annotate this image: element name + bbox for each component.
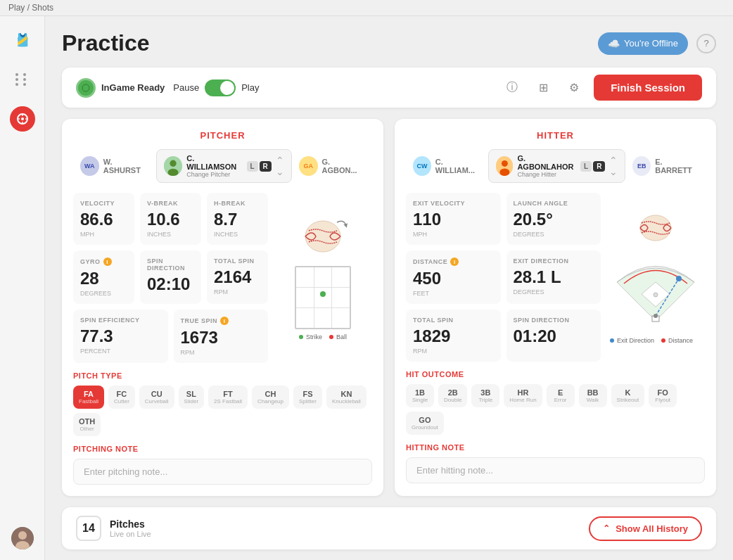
total-spin-card: TOTAL SPIN 2164 RPM <box>207 250 268 304</box>
velocity-unit: MPH <box>80 231 127 238</box>
distance-value: 450 <box>413 269 494 288</box>
hitter-metrics-left: EXIT VELOCITY 110 MPH LAUNCH ANGLE 20.5°… <box>406 193 601 362</box>
pitch-btn-fa[interactable]: FA Fastball <box>73 386 104 409</box>
strike-zone-legend: Strike Ball <box>299 333 347 341</box>
help-button[interactable]: ? <box>696 34 716 53</box>
pitch-btn-ch[interactable]: CH Changeup <box>252 386 289 409</box>
launch-angle-card: LAUNCH ANGLE 20.5° DEGREES <box>506 193 601 245</box>
pitcher-player-option-1[interactable]: WA W. ASHURST <box>73 152 156 180</box>
hitter-player-option-3[interactable]: EB E. BARRETT <box>625 152 705 180</box>
pitcher-avatar-1: WA <box>80 156 99 176</box>
sidebar-shirt-icon[interactable]: 🎽 <box>10 27 35 53</box>
h-spin-dir-value: 01:20 <box>514 326 594 346</box>
pitch-btn-fs[interactable]: FS Splitter <box>293 386 322 409</box>
ball-legend: Ball <box>329 333 347 341</box>
hit-btn-bb[interactable]: BB Walk <box>579 384 607 407</box>
pitch-btn-kn[interactable]: KN Knuckleball <box>326 386 366 409</box>
hitter-player-option-1[interactable]: CW C. WILLIAM... <box>406 152 488 180</box>
sidebar-avatar[interactable] <box>11 527 34 549</box>
layout-icon-btn[interactable]: ⊞ <box>532 77 554 99</box>
header-right: ☁️ You're Offline ? <box>598 32 716 55</box>
distance-info-icon[interactable]: i <box>450 257 459 266</box>
finish-session-button[interactable]: Finish Session <box>594 75 702 101</box>
exit-dir-legend: Exit Direction <box>610 337 654 344</box>
hitter-avatar-1: CW <box>413 156 431 176</box>
hit-btn-3b[interactable]: 3B Triple <box>471 384 499 407</box>
exit-dir-unit: DEGREES <box>514 288 594 295</box>
pause-play-toggle[interactable] <box>205 79 236 96</box>
true-spin-card: TRUE SPIN i 1673 RPM <box>174 310 269 363</box>
hitter-player-selector: CW C. WILLIAM... G. AGBONLAHOR Change Hi… <box>406 149 705 183</box>
hitter-metrics-row: EXIT VELOCITY 110 MPH LAUNCH ANGLE 20.5°… <box>406 193 705 362</box>
spin-eff-card: SPIN EFFICIENCY 77.3 PERCENT <box>73 310 168 363</box>
pitch-btn-ft[interactable]: FT 2S Fastball <box>208 386 248 409</box>
pitcher-player-option-2[interactable]: C. WILLIAMSON Change Pitcher L R ⌃⌄ <box>156 149 292 183</box>
pitcher-chevron[interactable]: ⌃⌄ <box>276 155 284 177</box>
hit-btn-k[interactable]: K Strikeout <box>611 384 645 407</box>
sidebar-grid-icon[interactable] <box>10 67 35 92</box>
pitch-type-title: PITCH TYPE <box>73 371 372 380</box>
hitter-viz-right: Exit Direction Distance <box>606 193 705 362</box>
hit-outcomes-list: 1B Single 2B Double 3B Triple HR <box>406 384 705 435</box>
pitching-note-title: PITCHING NOTE <box>73 445 372 453</box>
spin-eff-unit: PERCENT <box>80 348 161 355</box>
pitcher-avatar-3: GA <box>299 156 318 176</box>
hit-outcome-title: HIT OUTCOME <box>406 370 705 378</box>
h-total-spin-label: TOTAL SPIN <box>413 317 494 324</box>
gyro-label: GYRO i <box>80 257 127 266</box>
pitch-btn-cu[interactable]: CU Curveball <box>139 386 174 409</box>
gyro-card: GYRO i 28 DEGREES <box>73 250 134 304</box>
exit-dir-label: EXIT DIRECTION <box>514 257 594 265</box>
pitcher-metrics-row3: SPIN EFFICIENCY 77.3 PERCENT TRUE SPIN i… <box>73 310 268 363</box>
pitcher-info-2: C. WILLIAMSON Change Pitcher <box>186 154 242 178</box>
true-spin-value: 1673 <box>181 328 262 348</box>
hit-btn-1b[interactable]: 1B Single <box>406 384 434 407</box>
pitcher-metrics-row: VELOCITY 86.6 MPH V-BREAK 10.6 INCHES H-… <box>73 193 372 363</box>
offline-label: You're Offline <box>624 38 678 49</box>
hit-btn-e[interactable]: E Error <box>547 384 575 407</box>
h-spin-dir-card: SPIN DIRECTION 01:20 <box>506 310 601 362</box>
svg-point-5 <box>21 117 24 120</box>
pitcher-panel: PITCHER WA W. ASHURST C. WILLIAMSON Chan… <box>62 119 383 496</box>
sidebar-crosshair-icon[interactable] <box>10 106 35 132</box>
hit-btn-hr[interactable]: HR Home Run <box>504 384 542 407</box>
pitching-note-input[interactable]: Enter pitching note... <box>73 459 372 485</box>
ingame-status-label: InGame Ready <box>101 82 165 93</box>
show-history-button[interactable]: ⌃ Show All History <box>589 516 702 541</box>
launch-angle-value: 20.5° <box>514 210 594 229</box>
vbreak-unit: INCHES <box>147 231 194 238</box>
hitter-chevron[interactable]: ⌃⌄ <box>609 155 618 177</box>
svg-point-15 <box>502 160 508 167</box>
hitter-metrics-row1: EXIT VELOCITY 110 MPH LAUNCH ANGLE 20.5°… <box>406 193 601 245</box>
spin-dir-label: SPIN DIRECTION <box>147 257 194 272</box>
title-bar: Play / Shots <box>0 0 733 16</box>
info-icon-btn[interactable]: ⓘ <box>501 77 523 99</box>
total-spin-value: 2164 <box>214 267 261 287</box>
velocity-label: VELOCITY <box>80 200 127 207</box>
hit-btn-2b[interactable]: 2B Double <box>438 384 467 407</box>
hit-btn-fo[interactable]: FO Flyout <box>649 384 677 407</box>
pitcher-metrics-left: VELOCITY 86.6 MPH V-BREAK 10.6 INCHES H-… <box>73 193 268 363</box>
hitter-player-option-2[interactable]: G. AGBONLAHOR Change Hitter L R ⌃⌄ <box>488 149 626 183</box>
pitch-type-section: PITCH TYPE FA Fastball FC Cutter CU Curv <box>73 371 372 436</box>
pitcher-player-option-3[interactable]: GA G. AGBON... <box>292 152 372 180</box>
hitting-note-input[interactable]: Enter hitting note... <box>406 457 705 483</box>
h-total-spin-value: 1829 <box>413 326 494 346</box>
true-spin-info-icon[interactable]: i <box>220 317 229 325</box>
settings-icon-btn[interactable]: ⚙ <box>563 77 585 99</box>
hit-btn-go[interactable]: GO Groundout <box>406 412 444 435</box>
pitch-btn-fc[interactable]: FC Cutter <box>108 386 135 409</box>
hbreak-unit: INCHES <box>214 231 261 238</box>
hitter-name-1: C. WILLIAM... <box>435 158 481 174</box>
launch-angle-label: LAUNCH ANGLE <box>514 200 594 207</box>
pitch-btn-sl[interactable]: SL Slider <box>179 386 204 409</box>
gyro-info-icon[interactable]: i <box>103 257 112 266</box>
pitch-btn-oth[interactable]: OTH Other <box>73 413 101 436</box>
exit-vel-card: EXIT VELOCITY 110 MPH <box>406 193 501 245</box>
session-left: InGame Ready Pause Play <box>76 78 260 98</box>
pitcher-viz-right: Strike Ball <box>274 193 372 363</box>
session-right: ⓘ ⊞ ⚙ Finish Session <box>501 75 702 101</box>
show-history-label: Show All History <box>616 523 688 534</box>
pause-play-control: Pause Play <box>173 79 259 96</box>
h-spin-dir-label: SPIN DIRECTION <box>514 317 594 324</box>
